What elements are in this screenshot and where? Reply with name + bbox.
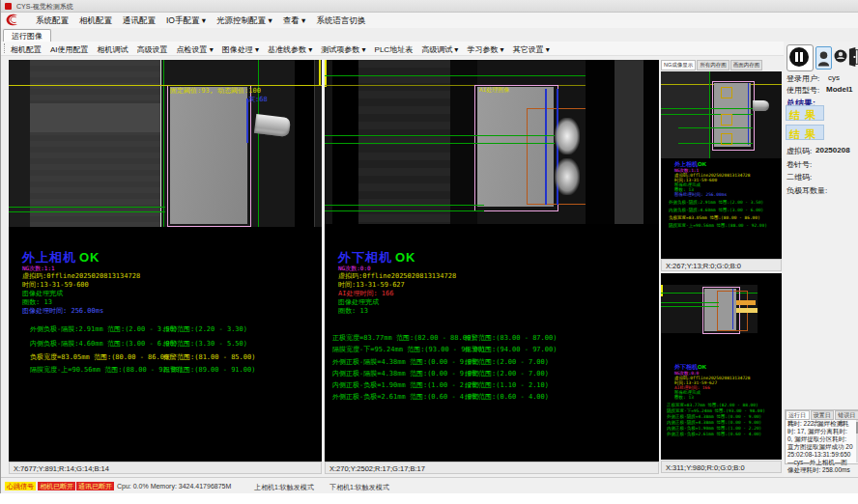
tool-advanced-settings[interactable]: 高级设置 xyxy=(137,44,168,55)
tab-ng-display[interactable]: NG成像显示 xyxy=(661,60,696,70)
menu-item-io-config[interactable]: IO手配置 ▾ xyxy=(166,15,206,27)
menu-bar: 系统配置 相机配置 通讯配置 IO手配置 ▾ 光源控制配置 ▾ 查看 ▾ 系统语… xyxy=(1,13,858,29)
comm-disconnected-badge: 通讯已断开 xyxy=(76,482,114,490)
application-window: CYS-视觉检测系统 系统配置 相机配置 通讯配置 IO手配置 ▾ 光源控制配置… xyxy=(0,0,858,504)
roi-box-pink xyxy=(167,85,251,227)
title-bar[interactable]: CYS-视觉检测系统 xyxy=(1,0,858,13)
tool-test-params[interactable]: 测试项参数 ▾ xyxy=(321,44,365,55)
tool-baseline-params[interactable]: 基准线参数 ▾ xyxy=(268,44,312,55)
threshold-overlay-label: 固定阈值:93, 动态阈值:100 xyxy=(170,86,261,96)
camera-panel-upper: 固定阈值:93, 动态阈值:100 灰:68 外上相机OK NG次数:1:1 虚… xyxy=(9,60,322,462)
tab-all-memory-images[interactable]: 所有内存图 xyxy=(697,60,729,70)
cursor-pixel-status-upper: X:7677;Y:891;R:14;G:14;B:14 xyxy=(9,462,322,474)
tab-run-log[interactable]: 运行日志 xyxy=(786,410,810,420)
tab-error-log[interactable]: 错误日志 xyxy=(835,410,858,420)
reference-line-yellow xyxy=(9,85,322,86)
login-user-label: 登录用户: xyxy=(786,73,819,84)
tool-spot-check[interactable]: 点检设置 ▾ xyxy=(177,44,214,55)
tool-image-processing[interactable]: 图像处理 ▾ xyxy=(222,44,259,55)
tab-settings-log[interactable]: 设置日志 xyxy=(811,410,835,420)
alarm-range: 报警范围:(0.60 - 4.00) xyxy=(465,392,549,402)
measure-line-blue xyxy=(545,89,547,205)
menu-item-light-config[interactable]: 光源控制配置 ▾ xyxy=(216,15,272,27)
window-title: CYS-视觉检测系统 xyxy=(16,2,73,12)
measurement-row: 正极宽度=83.77mm 范围:(82.00 - 88.00) xyxy=(332,333,474,343)
turns-line: 圈数: 13 xyxy=(338,306,368,316)
alarm-range: 报警范围:(2.00 - 7.00) xyxy=(465,357,549,367)
measurement-row: 内侧负极-隔膜:4.60mm 范围:(3.00 - 6.00) xyxy=(30,339,178,349)
pause-button[interactable] xyxy=(786,44,814,71)
mini-lower-status: X:311;Y:980;R:0;G:0;B:0 xyxy=(661,461,782,473)
user-switch-button[interactable] xyxy=(834,48,847,66)
mini-annotation-box xyxy=(721,87,732,98)
alarm-range: 报警范围:(2.20 - 3.30) xyxy=(163,324,247,334)
cpu-memory-text: Cpu: 0.0% Memory: 3424.41796875M xyxy=(117,483,231,490)
needle-number-label: 卷针号: xyxy=(786,159,812,170)
qr-code-label: 二维码: xyxy=(786,172,812,182)
document-tab-row: 运行图像 xyxy=(1,28,858,42)
tool-plc-address-table[interactable]: PLC地址表 xyxy=(375,44,414,55)
tool-advanced-debug[interactable]: 高级调试 ▾ xyxy=(421,44,458,55)
main-window: CYS-视觉检测系统 系统配置 相机配置 通讯配置 IO手配置 ▾ 光源控制配置… xyxy=(0,0,858,493)
alarm-range: 报警范围:(89.00 - 91.00) xyxy=(163,365,255,375)
log-panel: 运行日志 设置日志 错误日志 耗时: 222, 漏焊检测耗时: 17, 漏焊分离… xyxy=(785,409,858,464)
tab-run-image[interactable]: 运行图像 xyxy=(3,29,51,42)
measurement-row: 隔膜宽度-下=95.24mm 范围:(93.00 - 98.00) xyxy=(332,345,486,354)
pause-icon xyxy=(789,47,809,67)
menu-item-language-switch[interactable]: 系统语言切换 xyxy=(316,15,365,27)
status-bar: 心跳信号 相机已断开 通讯已断开 Cpu: 0.0% Memory: 3424.… xyxy=(1,477,858,493)
mini-view-tabs: NG成像显示 所有内存图 画面内存图 xyxy=(661,60,782,71)
measurement-row: 隔膜宽度-上=90.56mm 范围:(88.00 - 92.00) xyxy=(30,365,184,375)
alarm-range: 报警范围:(83.00 - 87.00) xyxy=(465,333,557,343)
menu-item-system-config[interactable]: 系统配置 xyxy=(36,15,69,27)
ai-overlay-label: AI处理图像 xyxy=(479,86,509,95)
bright-tab-object xyxy=(555,118,580,154)
camera-image-upper[interactable]: 固定阈值:93, 动态阈值:100 灰:68 xyxy=(9,60,322,227)
result-box-upper: 结果 xyxy=(786,105,824,121)
tab-count-label: 负极耳数量: xyxy=(786,185,827,196)
log-tabs: 运行日志 设置日志 错误日志 xyxy=(786,410,858,420)
brand-logo-icon xyxy=(4,13,21,27)
camera-image-lower[interactable]: AI处理图像 xyxy=(325,60,659,224)
exit-button[interactable] xyxy=(848,46,858,68)
user-icon xyxy=(816,47,831,69)
tool-other-settings[interactable]: 其它设置 ▾ xyxy=(513,44,550,55)
measurement-row: 外侧正极-隔膜=4.38mm 范围:(0.00 - 9.00) xyxy=(332,357,480,367)
result-ok-flag: OK xyxy=(395,250,416,265)
alarm-range: 报警范围:(2.00 - 7.00) xyxy=(465,369,549,378)
app-icon xyxy=(5,3,12,10)
heartbeat-badge: 心跳信号 xyxy=(5,482,36,490)
measurement-row: 内侧正极-负极=1.90mm 范围:(1.00 - 2.20) xyxy=(332,380,480,390)
process-time-line: 图像处理时间: 256.00ms xyxy=(22,306,103,316)
user-login-button[interactable] xyxy=(815,46,832,70)
upper-camera-mode-text: 上相机1:软触发模式 xyxy=(254,483,314,492)
model-label: 使用型号: xyxy=(786,85,819,96)
gray-value-label: 灰:68 xyxy=(248,95,268,104)
menu-item-view[interactable]: 查看 ▾ xyxy=(283,15,306,27)
alarm-range: 报警范围:(81.00 - 85.00) xyxy=(163,352,255,362)
tool-ai-usage-config[interactable]: AI使用配置 xyxy=(50,44,89,55)
electrode-tab-object xyxy=(254,114,291,137)
measurement-row: 外侧负极-隔膜:2.91mm 范围:(2.00 - 3.50) xyxy=(30,324,178,334)
cursor-pixel-status-lower: X:270;Y:2502;R:17;G:17;B:17 xyxy=(325,462,659,474)
tool-learning-params[interactable]: 学习参数 ▾ xyxy=(467,44,503,55)
mini-panel-upper[interactable]: 外上相机OK NG次数:1:1 虚拟码:0ffline2025020813134… xyxy=(661,71,782,259)
log-text: 耗时: 222, 漏焊检测耗时: 17, 漏焊分离耗时: 0, 漏焊提取分区耗时… xyxy=(787,420,853,474)
mini-panel-lower[interactable]: 外下相机OK NG次数:0:0 虚拟码:0ffline2025020813134… xyxy=(661,273,782,460)
menu-item-camera-config[interactable]: 相机配置 xyxy=(79,15,112,27)
tool-camera-config[interactable]: 相机配置 xyxy=(11,44,42,55)
alarm-range: 报警范围:(94.00 - 97.00) xyxy=(465,345,557,354)
virtual-code-label: 虚拟码: xyxy=(786,146,812,156)
tab-screen-memory-images[interactable]: 画面内存图 xyxy=(730,60,763,70)
measurement-row: 外侧正极-负极=2.61mm 范围:(0.60 - 4.00) xyxy=(332,392,480,402)
camera-disconnected-badge: 相机已断开 xyxy=(38,482,75,490)
camera-panel-lower: AI处理图像 外下相机OK NG次数:0:0 虚拟码:0ffline202502… xyxy=(325,60,659,462)
mini-highlight-strip xyxy=(736,300,756,305)
menu-item-comm-config[interactable]: 通讯配置 xyxy=(123,15,156,27)
right-sidebar: 登录用户: cys 使用型号: Model1 总结果: 结果 结果 虚拟码: 2… xyxy=(784,42,858,477)
toolbar-grip[interactable] xyxy=(4,43,7,53)
toolbar: 相机配置 AI使用配置 相机调试 高级设置 点检设置 ▾ 图像处理 ▾ 基准线参… xyxy=(1,42,784,56)
tool-camera-debug[interactable]: 相机调试 xyxy=(98,44,129,55)
measurement-row: 内侧正极-隔膜=4.38mm 范围:(0.00 - 9.00) xyxy=(332,369,480,378)
user-dark-icon xyxy=(834,48,847,66)
